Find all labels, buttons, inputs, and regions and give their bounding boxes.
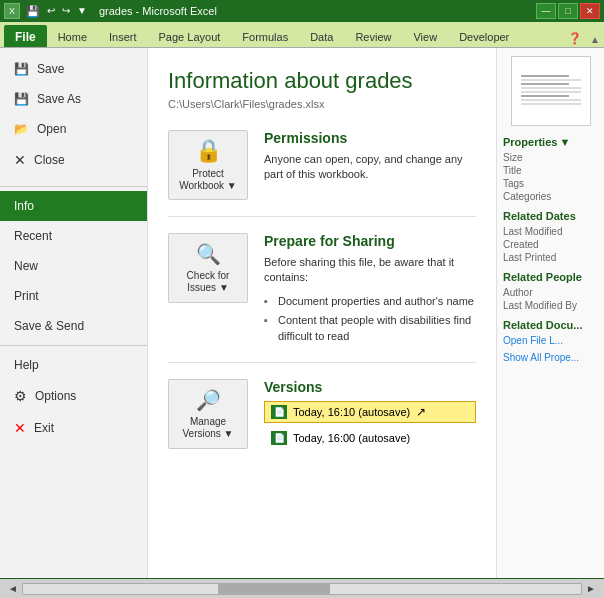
manage-versions-label: ManageVersions ▼ — [182, 416, 233, 440]
sharing-content: Prepare for Sharing Before sharing this … — [264, 233, 476, 346]
undo-icon[interactable]: ↩ — [45, 5, 57, 18]
page-title: Information about grades — [168, 68, 476, 94]
properties-dropdown-icon[interactable]: ▼ — [559, 136, 570, 148]
open-icon: 📂 — [14, 122, 29, 136]
tab-review[interactable]: Review — [344, 25, 402, 47]
file-path: C:\Users\Clark\Files\grades.xlsx — [168, 98, 476, 110]
sidebar-item-open[interactable]: 📂 Open — [0, 114, 147, 144]
quick-save-icon[interactable]: 💾 — [24, 5, 42, 18]
sidebar-item-options[interactable]: ⚙ Options — [0, 380, 147, 412]
last-modified-by-label: Last Modified By — [503, 300, 598, 311]
tab-insert[interactable]: Insert — [98, 25, 148, 47]
sidebar-divider-2 — [0, 345, 147, 346]
versions-section: 🔎 ManageVersions ▼ Versions 📄 Today, 16:… — [168, 379, 476, 465]
redo-icon[interactable]: ↪ — [60, 5, 72, 18]
sidebar-item-recent[interactable]: Recent — [0, 221, 147, 251]
last-modified-label: Last Modified — [503, 226, 598, 237]
show-all-properties-link[interactable]: Show All Prope... — [503, 352, 598, 363]
protect-workbook-button[interactable]: 🔒 ProtectWorkbook ▼ — [168, 130, 248, 200]
author-label: Author — [503, 287, 598, 298]
properties-section-title: Properties ▼ — [503, 136, 598, 148]
check-issues-button[interactable]: 🔍 Check forIssues ▼ — [168, 233, 248, 303]
window-controls: — □ ✕ — [536, 3, 600, 19]
document-preview — [511, 56, 591, 126]
save-as-icon: 💾 — [14, 92, 29, 106]
version-doc-icon-1: 📄 — [271, 405, 287, 419]
status-bar: ◄ ► — [0, 578, 604, 598]
sidebar-item-new[interactable]: New — [0, 251, 147, 281]
maximize-button[interactable]: □ — [558, 3, 578, 19]
sidebar-item-save-as[interactable]: 💾 Save As — [0, 84, 147, 114]
versions-title: Versions — [264, 379, 476, 395]
sharing-desc: Before sharing this file, be aware that … — [264, 255, 476, 286]
sidebar-divider-1 — [0, 186, 147, 187]
save-icon: 💾 — [14, 62, 29, 76]
content-area: Information about grades C:\Users\Clark\… — [148, 48, 496, 578]
check-icon: 🔍 — [196, 242, 221, 266]
minimize-button[interactable]: — — [536, 3, 556, 19]
ribbon-minimize-icon[interactable]: ▲ — [586, 32, 604, 47]
tab-view[interactable]: View — [402, 25, 448, 47]
version-item-2[interactable]: 📄 Today, 16:00 (autosave) — [264, 427, 476, 449]
close-button[interactable]: ✕ — [580, 3, 600, 19]
preview-line-8 — [521, 103, 581, 105]
protect-workbook-label: ProtectWorkbook ▼ — [179, 168, 237, 192]
version-label-1: Today, 16:10 (autosave) — [293, 406, 410, 418]
permissions-section: 🔒 ProtectWorkbook ▼ Permissions Anyone c… — [168, 130, 476, 217]
sidebar-item-save-send[interactable]: Save & Send — [0, 311, 147, 341]
sidebar-item-print[interactable]: Print — [0, 281, 147, 311]
sidebar-item-save[interactable]: 💾 Save — [0, 54, 147, 84]
tab-home[interactable]: Home — [47, 25, 98, 47]
customize-icon[interactable]: ▼ — [75, 5, 89, 18]
preview-content — [521, 75, 581, 107]
check-issues-label: Check forIssues ▼ — [187, 270, 230, 294]
excel-icon: X — [4, 3, 20, 19]
version-label-2: Today, 16:00 (autosave) — [293, 432, 410, 444]
preview-line-4 — [521, 87, 581, 89]
exit-icon: ✕ — [14, 420, 26, 436]
sidebar-item-exit[interactable]: ✕ Exit — [0, 412, 147, 444]
close-menu-icon: ✕ — [14, 152, 26, 168]
magnify-icon: 🔎 — [196, 388, 221, 412]
scroll-left-button[interactable]: ◄ — [8, 583, 18, 594]
right-panel: Properties ▼ Size Title Tags Categories … — [496, 48, 604, 578]
version-item-1[interactable]: 📄 Today, 16:10 (autosave) ↗ — [264, 401, 476, 423]
categories-label: Categories — [503, 191, 598, 202]
related-dates-title: Related Dates — [503, 210, 598, 222]
scroll-right-button[interactable]: ► — [586, 583, 596, 594]
permissions-title: Permissions — [264, 130, 476, 146]
created-label: Created — [503, 239, 598, 250]
permissions-content: Permissions Anyone can open, copy, and c… — [264, 130, 476, 183]
tab-file[interactable]: File — [4, 25, 47, 47]
options-icon: ⚙ — [14, 388, 27, 404]
title-bar: X 💾 ↩ ↪ ▼ grades - Microsoft Excel — □ ✕ — [0, 0, 604, 22]
preview-line-6 — [521, 95, 569, 97]
quick-access-toolbar: 💾 ↩ ↪ ▼ — [24, 5, 89, 18]
sidebar-item-info[interactable]: Info — [0, 191, 147, 221]
sidebar-item-help[interactable]: Help — [0, 350, 147, 380]
open-file-location-link[interactable]: Open File L... — [503, 335, 598, 346]
sharing-item-2: Content that people with disabilities fi… — [264, 311, 476, 346]
preview-line-7 — [521, 99, 581, 101]
last-printed-label: Last Printed — [503, 252, 598, 263]
tab-developer[interactable]: Developer — [448, 25, 520, 47]
preview-line-1 — [521, 75, 569, 77]
tab-formulas[interactable]: Formulas — [231, 25, 299, 47]
preview-line-2 — [521, 79, 581, 81]
size-label: Size — [503, 152, 598, 163]
related-people-title: Related People — [503, 271, 598, 283]
scrollbar-thumb — [218, 584, 330, 594]
versions-content: Versions 📄 Today, 16:10 (autosave) ↗ 📄 T… — [264, 379, 476, 449]
permissions-desc: Anyone can open, copy, and change any pa… — [264, 152, 476, 183]
manage-versions-button[interactable]: 🔎 ManageVersions ▼ — [168, 379, 248, 449]
tab-data[interactable]: Data — [299, 25, 344, 47]
lock-icon: 🔒 — [195, 138, 222, 164]
sidebar-item-close[interactable]: ✕ Close — [0, 144, 147, 176]
main-layout: 💾 Save 💾 Save As 📂 Open ✕ Close Info Rec… — [0, 48, 604, 578]
info-label: Info — [14, 199, 34, 213]
related-docs-title: Related Docu... — [503, 319, 598, 331]
horizontal-scrollbar[interactable] — [22, 583, 582, 595]
help-icon[interactable]: ❓ — [564, 30, 586, 47]
cursor-icon: ↗ — [416, 405, 426, 419]
tab-page-layout[interactable]: Page Layout — [148, 25, 232, 47]
